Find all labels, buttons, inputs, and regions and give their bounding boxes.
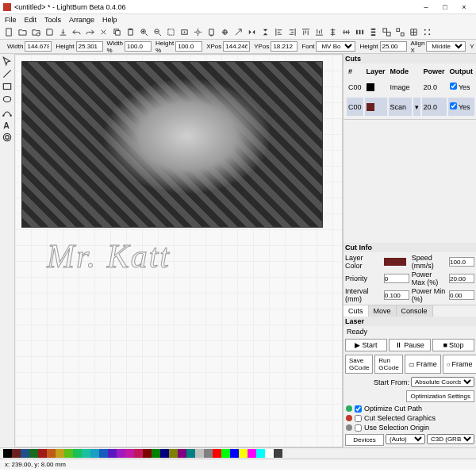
palette-color[interactable] (178, 449, 186, 458)
copy-icon[interactable] (111, 27, 122, 38)
xpos-input[interactable] (223, 41, 250, 52)
opt-path-check[interactable] (355, 405, 362, 413)
width-input[interactable] (25, 41, 52, 52)
palette-color[interactable] (143, 449, 152, 458)
palette-color[interactable] (186, 449, 195, 458)
palette-color[interactable] (47, 449, 56, 458)
palette-color[interactable] (29, 449, 38, 458)
palette-color[interactable] (134, 449, 143, 458)
palette-color[interactable] (221, 449, 230, 458)
palette-color[interactable] (73, 449, 82, 458)
ypos-input[interactable] (271, 41, 298, 52)
palette-color[interactable] (256, 449, 265, 458)
mirror-h-icon[interactable] (246, 27, 257, 38)
zoom-frame-icon[interactable] (165, 27, 176, 38)
text-tool-icon[interactable]: A (2, 119, 13, 130)
ellipse-tool-icon[interactable] (2, 94, 13, 105)
align-right-icon[interactable] (286, 27, 298, 38)
palette-color[interactable] (56, 449, 64, 458)
palette-color[interactable] (204, 449, 213, 458)
alignx-select[interactable]: Middle (426, 41, 466, 52)
interval-input[interactable] (384, 290, 409, 300)
palette-color[interactable] (125, 449, 134, 458)
import-icon[interactable] (57, 27, 68, 38)
opt-settings-button[interactable]: Optimization Settings (406, 390, 474, 402)
palette-color[interactable] (230, 449, 239, 458)
save-icon[interactable] (44, 27, 55, 38)
run-gcode-button[interactable]: Run GCode (374, 355, 402, 374)
device-profile-select[interactable]: C3D (GRBL) (427, 434, 474, 444)
pmax-input[interactable] (449, 274, 474, 283)
paste-icon[interactable] (125, 27, 136, 38)
speed-input[interactable] (449, 257, 474, 267)
palette-color[interactable] (38, 449, 47, 458)
select-tool-icon[interactable] (2, 56, 13, 67)
rect-tool-icon[interactable] (2, 81, 13, 92)
group-icon[interactable] (381, 27, 392, 38)
palette-color[interactable] (160, 449, 169, 458)
menu-file[interactable]: File (5, 16, 17, 24)
palette-color[interactable] (117, 449, 125, 458)
palette-color[interactable] (152, 449, 160, 458)
palette-color[interactable] (21, 449, 29, 458)
palette-color[interactable] (169, 449, 178, 458)
open-icon[interactable] (17, 27, 28, 38)
mirror-v-icon[interactable] (259, 27, 271, 38)
zoom-in-icon[interactable] (138, 27, 149, 38)
palette-color[interactable] (99, 449, 108, 458)
font-select[interactable]: MV Boli (316, 41, 355, 52)
use-origin-check[interactable] (355, 424, 362, 432)
menu-arrange[interactable]: Arrange (69, 16, 94, 24)
save-gcode-button[interactable]: Save GCode (345, 355, 373, 374)
font-height-input[interactable] (380, 41, 407, 52)
palette-color[interactable] (82, 449, 90, 458)
frame-circle-button[interactable]: ○ Frame (443, 355, 476, 374)
widthp-input[interactable] (125, 41, 152, 52)
start-button[interactable]: ▶ Start (345, 339, 387, 351)
offset-tool-icon[interactable] (2, 132, 13, 143)
canvas[interactable]: Mr. Katt (14, 54, 343, 447)
device-settings-icon[interactable] (205, 27, 217, 38)
palette-color[interactable] (248, 449, 256, 458)
origin-icon[interactable] (219, 27, 230, 38)
open-recent-icon[interactable] (30, 27, 41, 38)
distribute-v-icon[interactable] (367, 27, 378, 38)
menu-help[interactable]: Help (102, 16, 117, 24)
align-center-h-icon[interactable] (327, 27, 338, 38)
edit-nodes-icon[interactable] (2, 106, 13, 117)
pmin-input[interactable] (449, 290, 474, 300)
new-icon[interactable] (3, 27, 14, 38)
heightp-input[interactable] (175, 41, 202, 52)
align-left-icon[interactable] (273, 27, 284, 38)
cuts-row[interactable]: C00 Scan▾ 20.0 Yes No (347, 98, 476, 116)
palette-color[interactable] (90, 449, 99, 458)
palette-color[interactable] (274, 449, 282, 458)
priority-input[interactable] (384, 274, 409, 283)
start-from-select[interactable]: Absolute Coords (411, 377, 474, 387)
zoom-out-icon[interactable] (152, 27, 163, 38)
palette-color[interactable] (12, 449, 21, 458)
tab-move[interactable]: Move (369, 305, 397, 317)
tab-cuts[interactable]: Cuts (344, 305, 369, 317)
arrow-icon[interactable] (232, 27, 244, 38)
settings-icon[interactable] (192, 27, 203, 38)
pause-button[interactable]: ⏸ Pause (389, 339, 431, 351)
array-icon[interactable] (421, 27, 432, 38)
menu-edit[interactable]: Edit (25, 16, 37, 24)
close-button[interactable]: × (455, 2, 473, 13)
menu-tools[interactable]: Tools (44, 16, 61, 24)
palette-color[interactable] (3, 449, 12, 458)
line-tool-icon[interactable] (2, 68, 13, 79)
grid-icon[interactable] (408, 27, 419, 38)
palette-color[interactable] (239, 449, 248, 458)
placed-image[interactable] (21, 61, 323, 228)
devices-button[interactable]: Devices (345, 434, 384, 446)
ungroup-icon[interactable] (394, 27, 405, 38)
palette-color[interactable] (64, 449, 73, 458)
palette-color[interactable] (108, 449, 117, 458)
align-bottom-icon[interactable] (313, 27, 324, 38)
align-top-icon[interactable] (300, 27, 311, 38)
distribute-h-icon[interactable] (354, 27, 365, 38)
palette-color[interactable] (195, 449, 204, 458)
device-auto-select[interactable]: (Auto) (386, 434, 425, 444)
